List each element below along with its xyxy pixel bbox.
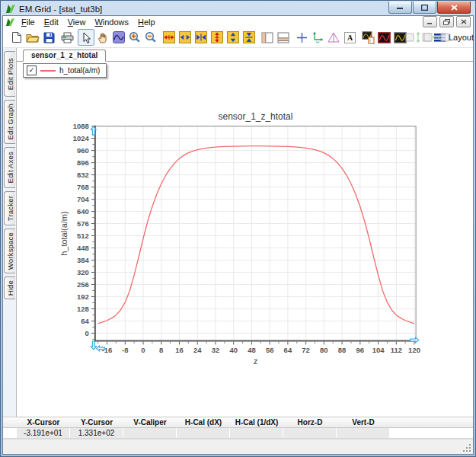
align-h-icon	[423, 31, 449, 43]
menu-edit[interactable]: Edit	[40, 18, 63, 27]
zoom-out-button[interactable]	[143, 30, 158, 45]
zoom-in-button[interactable]	[127, 30, 142, 45]
readout-value	[123, 428, 176, 438]
scale-x-out-icon	[179, 31, 191, 43]
layout-label: Layout	[449, 33, 474, 42]
x-tick-label: 24	[193, 346, 202, 354]
print-button[interactable]	[59, 30, 75, 45]
expand-x-icon	[163, 31, 175, 43]
plot-canvas[interactable]: -16-808162432404856647280889610411212006…	[17, 62, 473, 417]
text-annotation-button[interactable]: A	[342, 30, 357, 45]
mdi-restore-button[interactable]	[439, 16, 454, 27]
readout-header: X-Cursor	[17, 417, 70, 427]
pan-hand-button[interactable]	[95, 30, 110, 45]
readout-value	[337, 428, 389, 438]
tab-sensor-1-z-htotal[interactable]: sensor_1_z_htotal	[23, 50, 106, 62]
sidebar-tab-hide[interactable]: Hide	[4, 276, 15, 299]
zoom-region-button[interactable]	[111, 30, 126, 45]
new-file-icon	[11, 31, 22, 43]
zoom-out-icon	[145, 31, 157, 43]
scale-y-in-icon	[243, 31, 255, 43]
axes-icon	[311, 31, 324, 43]
scale-y-in-button[interactable]	[241, 30, 257, 45]
scale-y-out-icon	[227, 31, 239, 43]
y-tick-label: 704	[77, 195, 90, 203]
sidebar-tab-edit-axes[interactable]: Edit Axes	[4, 147, 15, 188]
select-pointer-button[interactable]	[78, 29, 94, 46]
pointer-icon	[82, 32, 91, 43]
readout-value	[230, 428, 283, 438]
y-tick-label: 320	[77, 268, 89, 276]
x-tick-label: 120	[408, 346, 420, 354]
readout-header: H-Cal (dX)	[177, 417, 230, 427]
x-tick-label: 96	[356, 346, 365, 354]
axis-handle-bottom-left-down[interactable]	[91, 341, 96, 350]
readout-header: H-Cal (1/dX)	[230, 417, 283, 427]
scale-x-out-button[interactable]	[177, 30, 193, 45]
mdi-minimize-button[interactable]	[423, 16, 437, 27]
y-tick-label: 64	[81, 317, 89, 325]
plot-style-red-button[interactable]	[376, 30, 391, 45]
maximize-button[interactable]	[413, 2, 436, 14]
sidebar-tab-label: Tracker	[6, 196, 14, 221]
scale-x-in-icon	[195, 31, 207, 43]
x-tick-label: 32	[212, 346, 220, 354]
menu-windows[interactable]: Windows	[90, 18, 133, 27]
sidebar-tab-workspace[interactable]: Workspace	[4, 228, 15, 273]
y-tick-label: 128	[77, 305, 89, 313]
legend-label: h_total(a/m)	[59, 66, 100, 75]
x-tick-label: 72	[302, 346, 310, 354]
menu-view[interactable]: View	[63, 18, 91, 27]
plot-red-icon	[378, 32, 391, 43]
scale-x-in-button[interactable]	[193, 30, 209, 45]
new-file-button[interactable]	[9, 30, 24, 45]
sidebar-tab-label: Hide	[6, 280, 14, 296]
resize-grip[interactable]	[463, 444, 471, 452]
client-area: FileEditViewWindowsHelp ALayout Edit Plo…	[2, 15, 474, 455]
save-file-icon	[43, 32, 55, 43]
legend-checkbox[interactable]: ✓	[27, 66, 37, 75]
x-tick-label: 48	[248, 346, 256, 354]
sidebar-tab-label: Edit Plots	[6, 58, 14, 90]
y-tick-label: 384	[77, 256, 90, 264]
copy-graph-button[interactable]	[360, 30, 375, 45]
x-tick-label: 8	[159, 346, 163, 354]
window-title: EM.Grid - [stat_tut3b]	[19, 5, 385, 14]
expand-y-button[interactable]	[209, 30, 225, 45]
close-button[interactable]	[437, 2, 471, 14]
x-tick-label: 0	[141, 346, 145, 354]
sidebar-tabs: Edit PlotsEdit GraphEdit AxesTrackerWork…	[3, 48, 16, 417]
sidebar-tab-edit-plots[interactable]: Edit Plots	[4, 51, 15, 97]
triangle-icon	[327, 32, 340, 43]
axes-tool-button[interactable]	[310, 30, 325, 45]
layout-menu-button[interactable]: Layout	[447, 30, 469, 45]
sidebar-tab-edit-graph[interactable]: Edit Graph	[4, 100, 15, 144]
save-file-button[interactable]	[41, 30, 56, 45]
open-file-button[interactable]	[25, 30, 40, 45]
legend-line-sample	[40, 70, 56, 72]
x-tick-label: -8	[122, 346, 128, 354]
sidebar-tab-tracker[interactable]: Tracker	[4, 191, 15, 225]
y-tick-label: 448	[77, 244, 89, 252]
split-vertical-button[interactable]	[260, 30, 275, 45]
x-tick-label: 56	[266, 346, 274, 354]
mdi-close-button[interactable]	[456, 16, 471, 27]
x-tick-label: 16	[175, 346, 184, 354]
split-horizontal-button[interactable]	[276, 30, 291, 45]
expand-y-icon	[211, 31, 223, 43]
y-tick-label: 0	[85, 329, 89, 337]
y-tick-label: 192	[77, 292, 89, 301]
minimize-button[interactable]	[388, 2, 412, 14]
readout-value	[177, 428, 229, 438]
add-cursor-button[interactable]	[294, 30, 309, 45]
caliper-triangle-button[interactable]	[326, 30, 341, 45]
expand-x-button[interactable]	[161, 30, 177, 45]
scale-y-out-button[interactable]	[225, 30, 241, 45]
y-tick-label: 960	[77, 146, 89, 155]
menu-file[interactable]: File	[17, 18, 40, 27]
x-axis-label: z	[254, 356, 257, 366]
title-bar: EM.Grid - [stat_tut3b]	[2, 2, 474, 15]
readout-value: 1.331e+02	[70, 428, 123, 438]
menu-help[interactable]: Help	[133, 18, 160, 27]
document-icon	[5, 18, 15, 27]
